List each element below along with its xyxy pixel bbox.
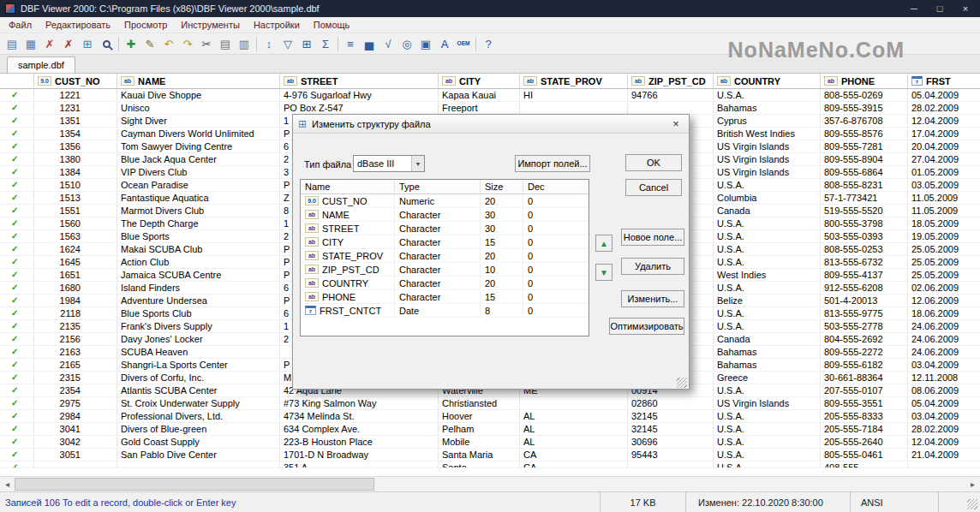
cell-frst[interactable]: 08.06.2009	[908, 384, 980, 396]
cell-state[interactable]: CA	[520, 449, 628, 461]
structure-icon[interactable]: ⊞	[78, 35, 97, 53]
field-dec[interactable]: 0	[523, 263, 589, 276]
cell-name[interactable]: Makai SCUBA Club	[117, 243, 280, 255]
cell-no[interactable]: 1560	[34, 217, 117, 229]
cell-city[interactable]: Mobile	[439, 436, 520, 448]
scroll-left-icon[interactable]: ◂	[0, 477, 15, 491]
cell-state[interactable]: AL	[520, 410, 628, 422]
cell-zip[interactable]: 94766	[628, 89, 714, 101]
cell-no[interactable]: 1624	[34, 243, 117, 255]
cell-frst[interactable]: 21.04.2009	[908, 449, 980, 461]
column-header-name[interactable]: abNAME	[117, 74, 280, 88]
dialog-close-icon[interactable]: ×	[663, 115, 689, 133]
cell-phone[interactable]: 357-6-876708	[821, 115, 908, 127]
cell-phone[interactable]: 408-555	[821, 461, 908, 467]
fields-header-name[interactable]: Name	[301, 180, 395, 193]
cell-country[interactable]: Bahamas	[714, 359, 821, 371]
cell-frst[interactable]: 17.04.2009	[908, 128, 980, 140]
cell-city[interactable]: Hoover	[439, 410, 520, 422]
field-dec[interactable]: 0	[523, 304, 589, 317]
field-dec[interactable]: 0	[523, 235, 589, 248]
cell-no[interactable]: 1231	[34, 102, 117, 114]
resize-grip[interactable]	[967, 499, 977, 509]
cell-no[interactable]: 2135	[34, 320, 117, 332]
cell-frst[interactable]: 28.02.2009	[908, 102, 980, 114]
cell-frst[interactable]: 19.05.2009	[908, 230, 980, 242]
field-size[interactable]: 20	[481, 277, 523, 289]
cell-phone[interactable]: 30-661-88364	[821, 372, 908, 384]
cell-country[interactable]: U.S.A.	[714, 410, 821, 422]
field-name-cell[interactable]: abCITY	[301, 235, 395, 248]
cell-country[interactable]: Canada	[714, 205, 821, 217]
field-size[interactable]: 10	[481, 263, 523, 276]
cell-name[interactable]: St. Croix Underwater Supply	[117, 397, 280, 409]
cell-name[interactable]: The Depth Charge	[117, 217, 280, 229]
cell-state[interactable]: CA	[520, 461, 628, 467]
cell-zip[interactable]: 32145	[628, 410, 714, 422]
cell-phone[interactable]: 809-555-8904	[821, 153, 908, 165]
column-header-phone[interactable]: abPHONE	[821, 74, 908, 88]
tab-sample-dbf[interactable]: sample.dbf	[7, 57, 75, 73]
import-fields-button[interactable]: Импорт полей...	[515, 155, 590, 172]
table-row[interactable]: ✓1231UniscoPO Box Z-547FreeportBahamas80…	[0, 102, 980, 115]
field-row[interactable]: 7FRST_CNTCTDate80	[301, 304, 589, 318]
cell-no[interactable]: 2118	[34, 307, 117, 319]
field-size[interactable]: 20	[481, 194, 523, 207]
cell-zip[interactable]	[628, 102, 714, 114]
cell-phone[interactable]: 809-555-6864	[821, 166, 908, 178]
cell-name[interactable]: Shangri-La Sports Center	[117, 359, 280, 371]
cell-no[interactable]: 2354	[34, 384, 117, 396]
cell-state[interactable]	[520, 397, 628, 409]
cell-frst[interactable]: 03.04.2009	[908, 410, 980, 422]
cell-state[interactable]	[520, 102, 628, 114]
field-name-cell[interactable]: 7FRST_CNTCT	[301, 304, 395, 317]
cell-name[interactable]: Cayman Divers World Unlimited	[117, 128, 280, 140]
cell-no[interactable]: 1384	[34, 166, 117, 178]
cell-city[interactable]: Santa Maria	[439, 449, 520, 461]
cell-name[interactable]: Fantastique Aquatica	[117, 192, 280, 204]
cell-phone[interactable]: 809-555-3915	[821, 102, 908, 114]
scroll-thumb[interactable]	[15, 478, 374, 491]
horizontal-scrollbar[interactable]: ◂ ▸	[0, 476, 980, 491]
open-file-icon[interactable]: ▤	[3, 35, 21, 53]
cell-no[interactable]: 1513	[34, 192, 117, 204]
close-file-icon[interactable]: ✗	[40, 35, 59, 53]
cell-no[interactable]: 1351	[34, 115, 117, 127]
fields-header-type[interactable]: Type	[395, 180, 481, 193]
cell-phone[interactable]: 804-555-2692	[821, 333, 908, 345]
minimize-button[interactable]: ─	[901, 0, 927, 17]
align-icon[interactable]: ≡	[341, 35, 360, 53]
cell-no[interactable]: 2165	[34, 359, 117, 371]
cell-frst[interactable]: 03.05.2009	[908, 179, 980, 191]
cell-frst[interactable]: 27.04.2009	[908, 153, 980, 165]
cell-state[interactable]: HI	[520, 89, 628, 101]
cell-country[interactable]: US Virgin Islands	[714, 153, 821, 165]
cell-frst[interactable]: 25.05.2009	[908, 243, 980, 255]
cell-phone[interactable]: 805-555-0461	[821, 449, 908, 461]
cell-zip[interactable]: 30696	[628, 436, 714, 448]
cell-no[interactable]: 2163	[34, 346, 117, 358]
cell-phone[interactable]: 809-555-6182	[821, 359, 908, 371]
copy-icon[interactable]: ▤	[216, 35, 235, 53]
column-header-cust_no[interactable]: 9.0CUST_NO	[34, 74, 117, 88]
menu-settings[interactable]: Настройки	[247, 18, 307, 32]
cell-name[interactable]: Divers of Blue-green	[117, 423, 280, 435]
cell-no[interactable]: 1221	[34, 89, 117, 101]
table-row[interactable]: ✓351 ASantaCAU.S.A.408-555	[0, 461, 980, 468]
cell-phone[interactable]: 205-555-7184	[821, 423, 908, 435]
cell-name[interactable]: Unisco	[117, 102, 280, 114]
cell-country[interactable]: U.S.A.	[714, 423, 821, 435]
menu-help[interactable]: Помощь	[307, 18, 357, 32]
table-row[interactable]: ✓3051San Pablo Dive Center1701-D N Broad…	[0, 449, 980, 461]
cell-country[interactable]: U.S.A.	[714, 217, 821, 229]
cell-frst[interactable]: 25.05.2009	[908, 269, 980, 281]
cell-city[interactable]: Santa	[439, 461, 520, 467]
delete-icon[interactable]: ✗	[59, 35, 78, 53]
cell-no[interactable]: 1645	[34, 256, 117, 268]
table-row[interactable]: ✓3041Divers of Blue-green634 Complex Ave…	[0, 423, 980, 436]
field-row[interactable]: abZIP_PST_CDCharacter100	[301, 263, 589, 277]
field-dec[interactable]: 0	[523, 290, 589, 303]
cell-no[interactable]: 2984	[34, 410, 117, 422]
menu-view[interactable]: Просмотр	[117, 18, 174, 32]
cell-frst[interactable]: 12.11.2008	[908, 372, 980, 384]
